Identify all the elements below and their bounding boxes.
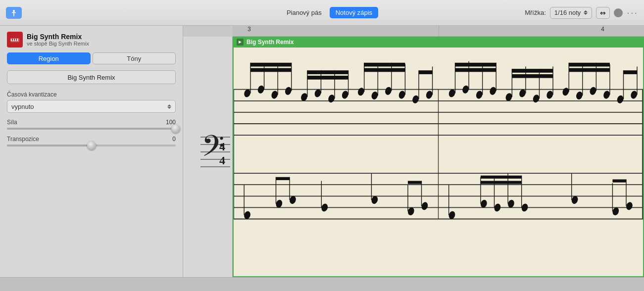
svg-rect-9	[14, 39, 15, 40]
svg-point-47	[328, 94, 335, 103]
svg-point-55	[371, 91, 378, 100]
region-title: Big Synth Remix	[247, 39, 294, 46]
grid-select[interactable]: 1/16 noty	[550, 7, 593, 19]
tab-row: Region Tóny	[7, 52, 176, 64]
score-main: 𝄢 4 4 Big Synth Remix	[183, 37, 644, 277]
svg-text:4: 4	[219, 140, 225, 153]
svg-rect-6	[15, 39, 16, 41]
track-icon	[7, 32, 23, 48]
svg-rect-130	[481, 181, 522, 184]
svg-rect-118	[623, 70, 637, 74]
left-panel: Big Synth Remix ve stopě Big Synth Remix…	[0, 26, 183, 277]
sila-thumb[interactable]	[171, 124, 180, 133]
chevron-up-icon	[167, 104, 171, 106]
svg-rect-42	[250, 68, 292, 72]
svg-point-116	[630, 90, 638, 99]
toolbar: Pianový pás Notový zápis Mřížka: 1/16 no…	[0, 0, 644, 26]
svg-point-135	[626, 201, 633, 211]
svg-rect-41	[250, 63, 292, 67]
tab-piano-roll[interactable]: Pianový pás	[281, 7, 328, 18]
svg-point-75	[321, 202, 328, 212]
svg-rect-51	[307, 70, 348, 74]
track-header: Big Synth Remix ve stopě Big Synth Remix	[7, 32, 176, 48]
svg-rect-74	[276, 177, 290, 180]
region-play-icon	[237, 39, 244, 46]
sila-label: Síla	[7, 119, 17, 126]
svg-point-110	[603, 90, 610, 99]
svg-rect-4	[11, 39, 12, 41]
transpozice-slider[interactable]	[7, 145, 176, 146]
svg-point-35	[257, 84, 265, 94]
status-bar	[0, 277, 644, 291]
quantize-value: vypnuto	[11, 103, 34, 110]
more-dots[interactable]: ···	[627, 7, 638, 18]
main-area: Big Synth Remix ve stopě Big Synth Remix…	[0, 26, 644, 277]
chevron-down-icon	[167, 107, 171, 109]
svg-point-88	[476, 90, 483, 99]
svg-point-57	[385, 86, 392, 96]
sila-label-row: Síla 100	[7, 119, 176, 126]
sila-slider[interactable]	[7, 128, 176, 130]
svg-rect-137	[612, 179, 626, 182]
svg-point-59	[398, 90, 406, 99]
svg-point-106	[576, 91, 583, 100]
toolbar-right: Mřížka: 1/16 noty ⇔ ···	[470, 7, 638, 19]
svg-rect-61	[364, 63, 405, 67]
svg-point-65	[426, 90, 433, 99]
bass-clef-svg: 𝄢 4 4	[186, 107, 230, 206]
svg-rect-93	[455, 68, 496, 72]
svg-point-98	[533, 94, 540, 103]
notation-svg	[234, 48, 643, 276]
svg-point-53	[357, 87, 365, 97]
region-name-button[interactable]: Big Synth Remix	[7, 70, 176, 84]
transpozice-thumb[interactable]	[87, 141, 96, 150]
measure-ruler: 3 4	[233, 26, 644, 37]
svg-rect-67	[419, 70, 433, 74]
quantize-select[interactable]: vypnuto	[7, 100, 176, 113]
right-area: 3 4 𝄢 4 4	[183, 26, 644, 277]
expand-icon-btn[interactable]: ⇔	[596, 7, 610, 19]
toolbar-center: Pianový pás Notový zápis	[193, 7, 466, 18]
notation-area: Big Synth Remix	[233, 37, 644, 277]
svg-point-127	[521, 202, 529, 212]
svg-point-37	[271, 90, 278, 99]
svg-rect-102	[512, 69, 553, 73]
svg-rect-92	[455, 63, 496, 67]
svg-point-86	[462, 84, 469, 94]
svg-rect-103	[512, 74, 553, 78]
svg-rect-52	[307, 76, 348, 80]
tab-notation[interactable]: Notový zápis	[330, 7, 378, 18]
chevron-updown-icon	[584, 10, 588, 15]
svg-rect-112	[569, 63, 610, 67]
dot-button[interactable]	[614, 8, 623, 17]
grid-value: 1/16 noty	[554, 9, 581, 16]
svg-point-0	[13, 10, 15, 12]
track-subtitle: ve stopě Big Synth Remix	[27, 41, 89, 47]
region-header: Big Synth Remix	[233, 37, 644, 48]
tab-notes[interactable]: Tóny	[93, 52, 176, 64]
svg-rect-62	[364, 68, 405, 72]
svg-point-81	[421, 201, 429, 211]
transpozice-slider-row: Transpozice 0	[7, 136, 176, 146]
svg-point-104	[562, 87, 569, 97]
svg-rect-5	[13, 39, 14, 41]
pin-button[interactable]	[6, 7, 22, 19]
svg-point-90	[489, 86, 496, 96]
svg-point-39	[285, 86, 292, 96]
svg-text:4: 4	[219, 154, 225, 167]
toolbar-left	[6, 7, 189, 19]
svg-point-100	[546, 90, 553, 99]
sila-fill	[7, 128, 176, 130]
tab-region[interactable]: Region	[7, 52, 91, 64]
svg-rect-7	[17, 39, 18, 41]
svg-marker-19	[239, 41, 242, 44]
transpozice-label: Transpozice	[7, 136, 39, 143]
svg-rect-10	[16, 39, 17, 40]
track-info: Big Synth Remix ve stopě Big Synth Remix	[27, 33, 89, 47]
grid-label: Mřížka:	[525, 9, 546, 16]
track-name: Big Synth Remix	[27, 33, 89, 41]
quantize-label: Časová kvantizace	[7, 91, 176, 98]
svg-point-123	[494, 202, 501, 212]
svg-rect-113	[569, 68, 610, 72]
clef-area: 𝄢 4 4	[183, 37, 233, 277]
